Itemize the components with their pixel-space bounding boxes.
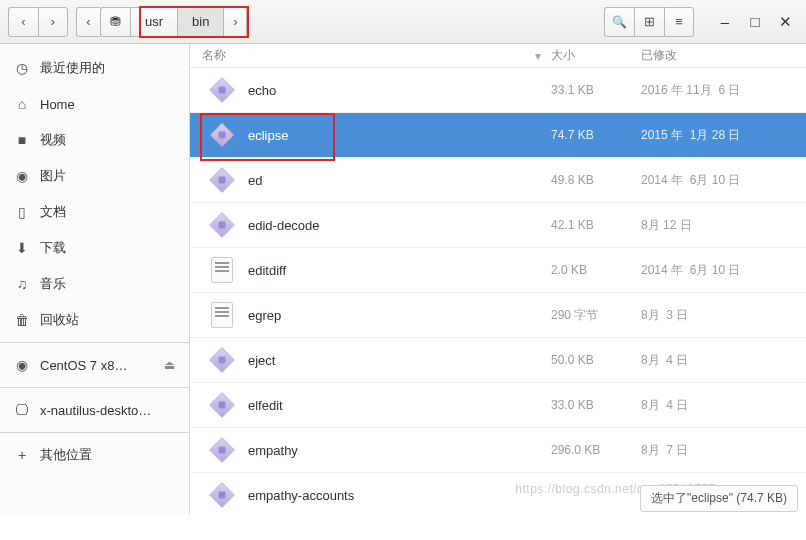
file-modified: 2014 年 6月 10 日 [641, 262, 806, 279]
sidebar: ◷最近使用的⌂Home■视频◉图片▯文档⬇下载♫音乐🗑回收站 ◉CentOS 7… [0, 44, 190, 514]
file-row[interactable]: eclipse74.7 KB2015 年 1月 28 日 [190, 113, 806, 158]
sidebar-item-label: 其他位置 [40, 446, 175, 464]
grid-view-button[interactable]: ⊞ [634, 7, 664, 37]
file-name: eclipse [248, 128, 288, 143]
music-icon: ♫ [14, 276, 30, 292]
eject-icon[interactable]: ⏏ [164, 358, 175, 372]
file-size: 290 字节 [551, 307, 641, 324]
file-name: elfedit [248, 398, 283, 413]
sidebar-device[interactable]: ◉CentOS 7 x8…⏏ [0, 347, 189, 383]
file-row[interactable]: edid-decode42.1 KB8月 12 日 [190, 203, 806, 248]
column-headers: 名称 ▾ 大小 已修改 [190, 44, 806, 68]
file-row[interactable]: eject50.0 KB8月 4 日 [190, 338, 806, 383]
search-button[interactable]: 🔍 [604, 7, 634, 37]
file-name: ed [248, 173, 262, 188]
file-text-icon [208, 256, 236, 284]
sidebar-item[interactable]: ■视频 [0, 122, 189, 158]
sidebar-item-label: Home [40, 97, 175, 112]
maximize-icon: □ [750, 13, 759, 30]
menu-button[interactable]: ≡ [664, 7, 694, 37]
path-forward-button[interactable]: › [223, 7, 247, 37]
minimize-icon: – [721, 13, 729, 30]
file-row[interactable]: empathy296.0 KB8月 7 日 [190, 428, 806, 473]
file-row[interactable]: egrep290 字节8月 3 日 [190, 293, 806, 338]
forward-button[interactable]: › [38, 7, 68, 37]
file-exec-icon [208, 211, 236, 239]
sidebar-item-label: x-nautilus-deskto… [40, 403, 175, 418]
chevron-left-icon: ‹ [86, 14, 90, 29]
drive-icon: ⛃ [110, 14, 121, 29]
file-rows: echo33.1 KB2016 年 11月 6 日eclipse74.7 KB2… [190, 68, 806, 514]
sidebar-item-label: 文档 [40, 203, 175, 221]
file-modified: 8月 7 日 [641, 442, 806, 459]
sidebar-item[interactable]: ◉图片 [0, 158, 189, 194]
close-icon: ✕ [779, 13, 792, 31]
sidebar-item-label: CentOS 7 x8… [40, 358, 154, 373]
toolbar: ‹ › ‹ ⛃ usr bin › 🔍 ⊞ ≡ – □ ✕ [0, 0, 806, 44]
sidebar-item[interactable]: 🗑回收站 [0, 302, 189, 338]
file-size: 2.0 KB [551, 263, 641, 277]
file-exec-icon [208, 166, 236, 194]
file-modified: 8月 3 日 [641, 307, 806, 324]
file-row[interactable]: ed49.8 KB2014 年 6月 10 日 [190, 158, 806, 203]
disc-icon: ◉ [14, 357, 30, 373]
file-exec-icon [208, 76, 236, 104]
file-size: 49.8 KB [551, 173, 641, 187]
file-exec-icon [208, 436, 236, 464]
file-exec-icon [208, 346, 236, 374]
file-size: 33.0 KB [551, 398, 641, 412]
plus-icon: + [14, 447, 30, 463]
back-button[interactable]: ‹ [8, 7, 38, 37]
file-row[interactable]: echo33.1 KB2016 年 11月 6 日 [190, 68, 806, 113]
file-name: empathy-accounts [248, 488, 354, 503]
sidebar-item[interactable]: ◷最近使用的 [0, 50, 189, 86]
sidebar-item[interactable]: ♫音乐 [0, 266, 189, 302]
file-modified: 2016 年 11月 6 日 [641, 82, 806, 99]
chevron-right-icon: › [233, 14, 237, 29]
sidebar-item[interactable]: ⌂Home [0, 86, 189, 122]
sidebar-item[interactable]: ▯文档 [0, 194, 189, 230]
sidebar-network[interactable]: 🖵x-nautilus-deskto… [0, 392, 189, 428]
path-back-button[interactable]: ‹ [76, 7, 100, 37]
file-modified: 2015 年 1月 28 日 [641, 127, 806, 144]
sidebar-item-other[interactable]: + 其他位置 [0, 437, 189, 473]
file-size: 296.0 KB [551, 443, 641, 457]
file-size: 74.7 KB [551, 128, 641, 142]
close-button[interactable]: ✕ [772, 9, 798, 35]
nav-group: ‹ › [8, 7, 68, 37]
file-exec-icon [208, 481, 236, 509]
file-name: eject [248, 353, 275, 368]
main: ◷最近使用的⌂Home■视频◉图片▯文档⬇下载♫音乐🗑回收站 ◉CentOS 7… [0, 44, 806, 514]
file-size: 42.1 KB [551, 218, 641, 232]
search-icon: 🔍 [612, 15, 627, 29]
path-label: usr [145, 14, 163, 29]
file-name: empathy [248, 443, 298, 458]
file-modified: 8月 4 日 [641, 352, 806, 369]
sidebar-item[interactable]: ⬇下载 [0, 230, 189, 266]
path-root[interactable]: ⛃ [100, 7, 130, 37]
path-segment-bin[interactable]: bin [177, 7, 223, 37]
sidebar-item-label: 下载 [40, 239, 175, 257]
column-name[interactable]: 名称 ▾ [190, 47, 551, 64]
file-exec-icon [208, 121, 236, 149]
back-icon: ‹ [21, 14, 25, 29]
path-label: bin [192, 14, 209, 29]
video-icon: ■ [14, 132, 30, 148]
column-modified[interactable]: 已修改 [641, 47, 806, 64]
column-size[interactable]: 大小 [551, 47, 641, 64]
sidebar-item-label: 视频 [40, 131, 175, 149]
minimize-button[interactable]: – [712, 9, 738, 35]
download-icon: ⬇ [14, 240, 30, 256]
pathbar: ‹ ⛃ usr bin › [76, 7, 247, 37]
file-row[interactable]: elfedit33.0 KB8月 4 日 [190, 383, 806, 428]
file-name: egrep [248, 308, 281, 323]
file-name: edid-decode [248, 218, 320, 233]
status-text: 选中了"eclipse" (74.7 KB) [651, 491, 787, 505]
sidebar-item-label: 回收站 [40, 311, 175, 329]
camera-icon: ◉ [14, 168, 30, 184]
file-row[interactable]: editdiff2.0 KB2014 年 6月 10 日 [190, 248, 806, 293]
maximize-button[interactable]: □ [742, 9, 768, 35]
file-modified: 8月 4 日 [641, 397, 806, 414]
path-segment-usr[interactable]: usr [130, 7, 177, 37]
view-group: 🔍 ⊞ ≡ [604, 7, 694, 37]
